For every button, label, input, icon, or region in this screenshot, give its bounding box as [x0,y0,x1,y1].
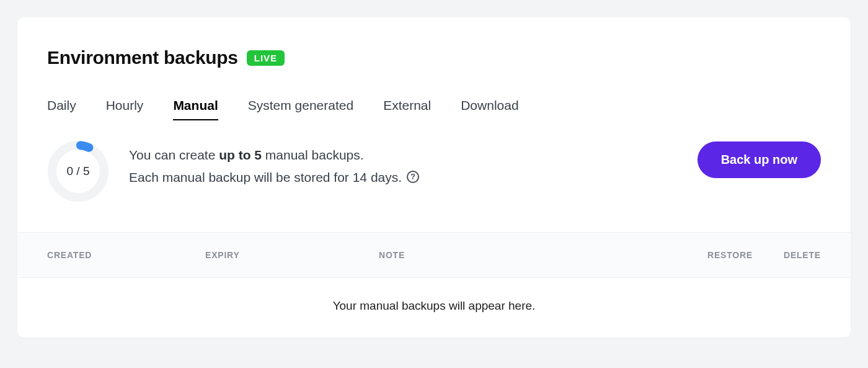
info-row: 0 / 5 You can create up to 5 manual back… [47,140,821,232]
tab-hourly[interactable]: Hourly [106,98,144,120]
tab-external[interactable]: External [383,98,431,120]
info-line1-strong: up to 5 [219,148,262,162]
page-title: Environment backups [47,47,238,68]
column-header-expiry: EXPIRY [205,250,379,260]
info-line1-suffix: manual backups. [262,148,364,162]
tab-manual[interactable]: Manual [173,98,218,120]
tab-system-generated[interactable]: System generated [248,98,353,120]
title-row: Environment backups LIVE [47,47,821,68]
info-line2: Each manual backup will be stored for 14… [129,170,405,184]
usage-progress-ring: 0 / 5 [47,140,109,202]
info-line1-prefix: You can create [129,148,219,162]
column-header-delete: DELETE [753,250,821,260]
help-icon[interactable]: ? [407,171,419,183]
info-text: You can create up to 5 manual backups. E… [129,140,678,188]
tab-daily[interactable]: Daily [47,98,76,120]
usage-label: 0 / 5 [47,140,109,202]
column-header-note: NOTE [379,250,647,260]
table-header: CREATED EXPIRY NOTE RESTORE DELETE [17,232,851,278]
backups-card: Environment backups LIVE Daily Hourly Ma… [17,17,851,338]
tabs: Daily Hourly Manual System generated Ext… [47,98,821,120]
backup-now-button[interactable]: Back up now [698,141,821,178]
empty-state-message: Your manual backups will appear here. [17,278,851,338]
tab-download[interactable]: Download [461,98,518,120]
column-header-restore: RESTORE [647,250,753,260]
live-badge: LIVE [247,50,285,66]
column-header-created: CREATED [47,250,205,260]
